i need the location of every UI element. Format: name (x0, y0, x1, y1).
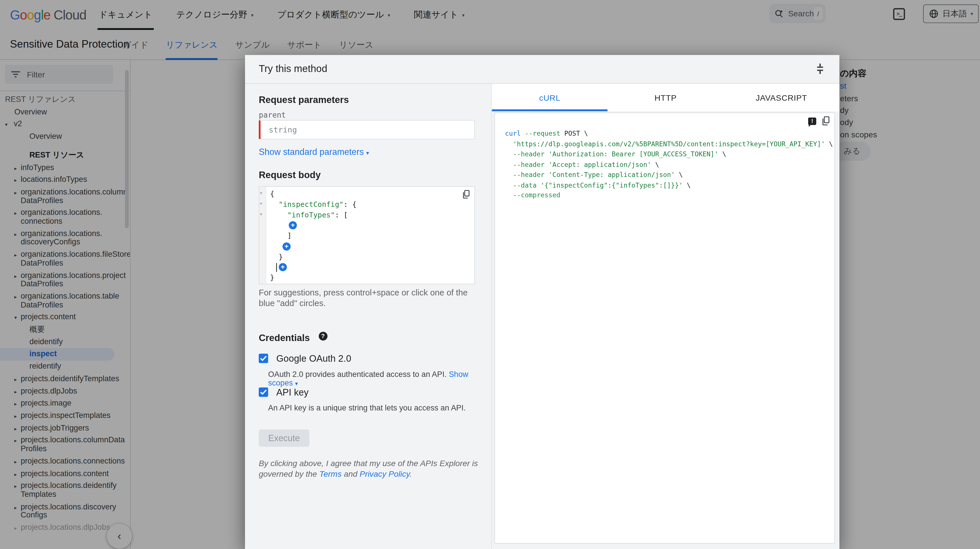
curl-plain-token (544, 171, 549, 178)
json-punctuation: { (270, 189, 274, 199)
curl-plain-token (505, 160, 513, 168)
page: Google Cloud ドキュメントテクノロジー分野▾プロダクト横断型のツール… (0, 0, 980, 549)
json-punctuation: } (270, 251, 283, 262)
copy-icon[interactable] (822, 116, 830, 126)
curl-line: --header 'Content-Type: application/json… (505, 169, 832, 180)
curl-plain-token (505, 140, 513, 147)
curl-line: --data '{"inspectConfig":{"infoTypes":[]… (505, 180, 832, 190)
curl-plain-token (505, 150, 513, 158)
request-parameters-heading: Request parameters (259, 94, 349, 105)
collapse-dialog-icon[interactable] (813, 62, 827, 76)
curl-plain-token (505, 181, 513, 188)
json-punctuation (270, 210, 287, 220)
json-key: "inspectConfig" (278, 199, 344, 210)
curl-flag-token: --compressed (513, 191, 560, 199)
editor-line: + (270, 262, 474, 273)
curl-flag-token: --request (525, 129, 560, 137)
curl-plain-token: \ (683, 181, 691, 188)
text-cursor (276, 263, 277, 272)
execute-button[interactable]: Execute (259, 430, 309, 447)
add-field-icon[interactable]: + (289, 221, 297, 229)
fold-toggle-icon[interactable]: ▾ (260, 191, 262, 195)
request-body-heading: Request body (259, 169, 321, 180)
request-form-panel: Request parameters parent string Show st… (245, 84, 491, 549)
parent-param-placeholder: string (269, 125, 297, 135)
editor-gutter: ▾▾▾ (259, 187, 266, 284)
curl-flag-token: --data (513, 181, 537, 188)
chevron-down-icon: ▾ (366, 150, 369, 156)
curl-line: curl --request POST \ (505, 128, 832, 138)
credential-description: An API key is a unique string that lets … (268, 404, 466, 412)
curl-string-token: '{"inspectConfig":{"infoTypes":[]}}' (541, 181, 683, 188)
editor-line: ] (270, 231, 474, 241)
help-icon[interactable]: ? (318, 332, 327, 341)
curl-line: --compressed (505, 190, 832, 200)
curl-line: --header 'Authorization: Bearer [YOUR_AC… (505, 149, 832, 159)
editor-line: { (270, 189, 474, 199)
fold-toggle-icon[interactable]: ▾ (260, 212, 262, 216)
json-punctuation: ] (270, 231, 291, 241)
curl-plain-token: \ (825, 140, 833, 147)
json-punctuation: : { (344, 199, 356, 210)
curl-plain-token (505, 191, 513, 199)
terms-link[interactable]: Terms (319, 469, 342, 479)
curl-flag-token: --header (513, 150, 544, 158)
credential-description: OAuth 2.0 provides authenticated access … (268, 370, 492, 388)
terms-text: By clicking above, I agree that my use o… (259, 459, 479, 479)
curl-line: 'https://dlp.googleapis.com/v2/%5BPARENT… (505, 138, 832, 149)
credential-label: API key (276, 387, 309, 398)
fold-toggle-icon[interactable]: ▾ (260, 201, 262, 206)
credentials-heading-row: Credentials? (259, 333, 327, 344)
editor-hint-text: For suggestions, press control+space or … (259, 288, 476, 309)
privacy-policy-link[interactable]: Privacy Policy (360, 469, 410, 479)
curl-command-token: curl (505, 129, 525, 137)
code-sample-panel: cURLHTTPJAVASCRIPT ! curl --request POST… (491, 84, 839, 549)
curl-command[interactable]: curl --request POST \ 'https://dlp.googl… (505, 128, 832, 201)
curl-code-box: ! curl --request POST \ 'https://dlp.goo… (494, 113, 835, 544)
add-field-icon[interactable]: + (279, 263, 287, 271)
editor-line: } (270, 251, 474, 262)
curl-plain-token: \ (651, 160, 659, 168)
curl-plain-token: \ (718, 150, 726, 158)
curl-plain-token (544, 150, 549, 158)
curl-string-token: 'Accept: application/json' (549, 160, 651, 168)
add-field-icon[interactable]: + (283, 242, 291, 250)
editor-line: "infoTypes": [ (270, 210, 474, 220)
show-standard-parameters-link[interactable]: Show standard parameters ▾ (259, 147, 369, 157)
editor-line: "inspectConfig": { (270, 199, 474, 210)
json-punctuation: : [ (335, 210, 348, 220)
try-this-method-dialog: Try this method Request parameters paren… (245, 55, 839, 549)
code-tab-curl[interactable]: cURL (492, 84, 608, 111)
checkbox-checked[interactable] (259, 388, 268, 397)
curl-string-token: 'https://dlp.googleapis.com/v2/%5BPARENT… (513, 140, 825, 147)
request-body-editor[interactable]: ▾▾▾ { "inspectConfig": { "infoTypes": [+… (259, 186, 475, 284)
credential-option: API key (259, 387, 309, 398)
editor-line: + (270, 220, 474, 231)
credentials-heading: Credentials (259, 333, 310, 343)
editor-line: + (270, 241, 474, 252)
credential-option: Google OAuth 2.0 (259, 353, 352, 364)
code-tab-http[interactable]: HTTP (608, 84, 724, 111)
curl-line: --header 'Accept: application/json' \ (505, 159, 832, 169)
parent-param-label: parent (259, 111, 286, 119)
curl-plain-token (544, 160, 549, 168)
curl-plain-token (537, 181, 541, 188)
chevron-down-icon: ▾ (295, 380, 298, 387)
dialog-header: Try this method (245, 55, 839, 84)
curl-flag-token: --header (513, 171, 544, 178)
curl-plain-token (505, 171, 513, 178)
editor-line: } (270, 273, 474, 283)
json-punctuation (270, 199, 278, 210)
credential-description-text: An API key is a unique string that lets … (268, 404, 466, 412)
json-key: "infoTypes" (287, 210, 335, 220)
dialog-title: Try this method (259, 63, 327, 74)
code-tab-javascript[interactable]: JAVASCRIPT (724, 84, 839, 111)
curl-plain-token: POST \ (560, 129, 588, 137)
curl-plain-token: \ (675, 171, 683, 178)
feedback-icon[interactable]: ! (808, 117, 816, 124)
checkbox-checked[interactable] (259, 354, 268, 363)
json-punctuation: } (270, 273, 274, 283)
credential-label: Google OAuth 2.0 (276, 353, 352, 364)
parent-param-input[interactable]: string (259, 120, 475, 139)
curl-flag-token: --header (513, 160, 544, 168)
